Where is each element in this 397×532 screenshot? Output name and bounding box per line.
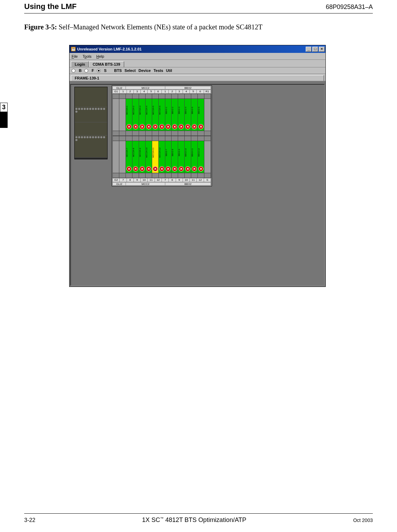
card-slot[interactable]: BBX2-1✕ xyxy=(165,94,172,136)
card-label: MCC24-2 xyxy=(132,102,139,119)
top-slot-header: G1123456123456R1 xyxy=(112,90,211,94)
card-slot[interactable] xyxy=(204,136,211,178)
app-icon: ☕ xyxy=(71,47,76,52)
card-label: BBX2-1 xyxy=(165,102,172,119)
card-slot[interactable]: BBX2-10✕ xyxy=(185,136,191,178)
hardware-photo xyxy=(74,87,108,159)
card-slot[interactable]: MCC24-8✕ xyxy=(132,136,139,178)
card-top-notch xyxy=(113,94,119,99)
status-error-icon: ✕ xyxy=(133,166,138,171)
card-slot[interactable]: MCC24-9✕ xyxy=(139,136,146,178)
card-top-notch xyxy=(204,136,211,141)
card-label: BBX2-8 xyxy=(172,144,178,161)
slot-number-cell: 2 xyxy=(169,90,176,93)
radio-b[interactable] xyxy=(72,69,75,73)
status-error-icon: ✕ xyxy=(192,124,197,129)
toolbar-util[interactable]: Util xyxy=(166,68,172,73)
card-top-notch xyxy=(204,94,211,99)
card-bottom-notch xyxy=(139,131,145,136)
card-bottom-notch xyxy=(198,131,204,136)
label-bbx2-bottom: BBX2 xyxy=(165,183,211,185)
card-bottom-notch xyxy=(185,131,191,136)
card-slot[interactable]: MCC24-2✕ xyxy=(132,94,139,136)
maximize-button[interactable]: □ xyxy=(312,47,318,52)
minimize-button[interactable]: _ xyxy=(306,47,312,52)
tab-frame[interactable]: FRAME-139-1 xyxy=(71,75,324,81)
card-slot[interactable]: MCC24-12✕ xyxy=(159,136,165,178)
slot-number-cell: 8 xyxy=(127,178,134,182)
status-error-icon: ✕ xyxy=(179,166,184,171)
card-bottom-notch xyxy=(159,131,165,136)
toolbar-bts[interactable]: BTS xyxy=(114,68,122,73)
card-slot[interactable]: BBX2-7✕ xyxy=(165,136,172,178)
card-slot[interactable]: BBX2-2✕ xyxy=(172,94,178,136)
card-slot[interactable]: BBX2-5✕ xyxy=(191,94,198,136)
menu-help[interactable]: Help xyxy=(96,54,104,58)
card-bottom-notch xyxy=(146,173,152,178)
card-slot[interactable] xyxy=(119,94,126,136)
card-slot[interactable] xyxy=(119,136,126,178)
toolbar-tests[interactable]: Tests xyxy=(154,68,163,73)
card-bottom-notch xyxy=(139,173,145,178)
radio-f[interactable] xyxy=(84,69,88,73)
card-bottom-notch xyxy=(204,173,211,178)
caption-buttons: _ □ × xyxy=(306,47,325,52)
slot-number-cell: 7 xyxy=(120,178,127,182)
menu-tools[interactable]: Tools xyxy=(83,54,92,58)
card-slot[interactable]: MCC24-5✕ xyxy=(152,94,159,136)
status-error-icon: ✕ xyxy=(185,166,191,171)
slot-number-cell: 12 xyxy=(155,178,162,182)
card-slot[interactable] xyxy=(113,136,119,178)
card-slot[interactable]: MCC24-4✕ xyxy=(146,94,152,136)
card-slot[interactable]: MCC24-7✕ xyxy=(126,136,132,178)
card-top-notch xyxy=(159,94,165,99)
card-slot[interactable]: BBX2-9✕ xyxy=(178,136,185,178)
running-header: Using the LMF 68P09258A31–A xyxy=(24,0,373,13)
card-slot[interactable]: BBX2-8✕ xyxy=(172,136,178,178)
radio-s-label: S xyxy=(104,68,107,73)
slot-number-cell: 3 xyxy=(134,90,141,93)
card-label: BBX2-12 xyxy=(198,144,204,161)
slot-number-cell: 9 xyxy=(176,178,183,182)
figure-label: Figure 3-5: xyxy=(24,23,57,31)
card-bottom-notch xyxy=(178,131,184,136)
card-slot[interactable]: BBX2-3✕ xyxy=(178,94,185,136)
toolbar-device[interactable]: Device xyxy=(138,68,150,73)
label-mcc2-top: MCC2 xyxy=(126,86,165,89)
tab-cdma-bts[interactable]: CDMA BTS-139 xyxy=(89,61,124,67)
menu-file[interactable]: File xyxy=(72,54,78,58)
label-gli2-top: GLI2 xyxy=(113,86,126,89)
toolbar-select[interactable]: Select xyxy=(124,68,136,73)
card-slot[interactable]: BBX2-12✕ xyxy=(198,136,204,178)
card-slot[interactable]: MCC24-10✕ xyxy=(146,136,152,178)
card-bottom-notch xyxy=(178,173,184,178)
card-slot[interactable] xyxy=(204,94,211,136)
card-top-notch xyxy=(172,136,178,141)
slot-number-cell: 4 xyxy=(183,90,190,93)
close-button[interactable]: × xyxy=(319,47,325,52)
card-slot[interactable]: MCC24-3✕ xyxy=(139,94,146,136)
slot-number-cell: 1 xyxy=(162,90,169,93)
card-label: MCC24-9 xyxy=(139,144,145,161)
card-slot[interactable]: MCC24-6✕ xyxy=(159,94,165,136)
card-bottom-notch xyxy=(126,131,132,136)
card-bottom-notch xyxy=(146,131,152,136)
card-top-notch xyxy=(139,136,145,141)
card-slot[interactable]: MCC24-11✕ xyxy=(152,136,159,178)
card-slot[interactable]: BBX2-6✕ xyxy=(198,94,204,136)
card-bottom-notch xyxy=(191,131,197,136)
card-top-notch xyxy=(119,94,126,99)
card-slot[interactable]: MCC24-1✕ xyxy=(126,94,132,136)
frame-tab-row: FRAME-139-1 xyxy=(70,74,325,81)
tab-login[interactable]: Login xyxy=(71,61,89,67)
card-slot[interactable] xyxy=(113,94,119,136)
card-slot[interactable]: BBX2-11✕ xyxy=(191,136,198,178)
top-shelf: MCC24-1✕MCC24-2✕MCC24-3✕MCC24-4✕MCC24-5✕… xyxy=(112,94,211,136)
card-bottom-notch xyxy=(132,131,139,136)
slot-number-cell: 1 xyxy=(120,90,127,93)
card-label: BBX2-3 xyxy=(178,102,184,119)
main-tab-row: Login CDMA BTS-139 xyxy=(70,60,325,67)
radio-s[interactable] xyxy=(97,69,101,73)
slot-number-cell: 5 xyxy=(148,90,155,93)
card-slot[interactable]: BBX2-4✕ xyxy=(185,94,191,136)
